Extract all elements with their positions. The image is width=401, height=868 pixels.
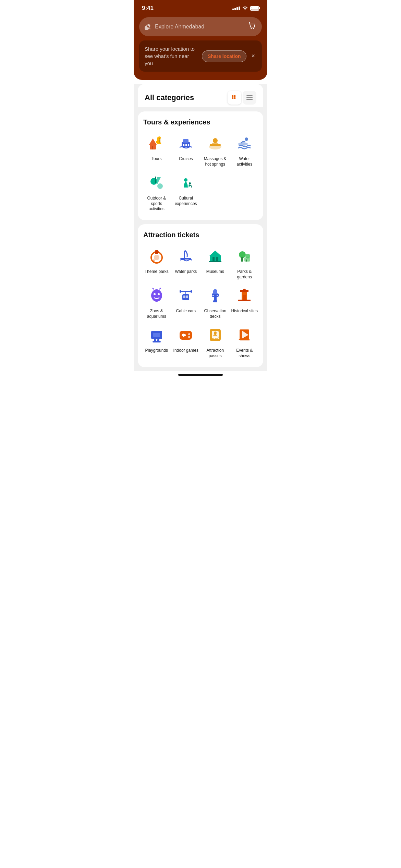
category-item-cultural[interactable]: Cultural experiences xyxy=(173,172,199,212)
battery-icon xyxy=(250,6,259,11)
water-parks-icon xyxy=(175,246,196,266)
theme-parks-label: Theme parks xyxy=(145,269,169,275)
svg-rect-28 xyxy=(155,177,156,183)
svg-rect-61 xyxy=(214,289,217,291)
main-content: All categories Tours & experiences xyxy=(134,84,267,381)
cruises-label: Cruises xyxy=(179,156,193,162)
svg-point-4 xyxy=(232,97,234,99)
svg-point-1 xyxy=(253,28,254,29)
cart-button[interactable] xyxy=(247,21,256,32)
cultural-label: Cultural experiences xyxy=(173,196,199,206)
zoos-label: Zoos & aquariums xyxy=(143,309,170,319)
svg-point-25 xyxy=(238,142,248,146)
attraction-passes-icon: PASS xyxy=(205,325,226,345)
svg-text:PASS: PASS xyxy=(211,337,219,340)
cultural-icon xyxy=(175,172,196,193)
svg-marker-27 xyxy=(157,177,161,184)
search-input[interactable] xyxy=(155,24,244,30)
view-toggle xyxy=(228,91,256,105)
category-item-museums[interactable]: Museums xyxy=(202,246,229,280)
water-activities-label: Water activities xyxy=(231,156,258,167)
grid-view-button[interactable] xyxy=(228,91,241,105)
category-item-indoor-games[interactable]: Indoor games xyxy=(173,325,199,359)
category-item-theme-parks[interactable]: Theme parks xyxy=(143,246,170,280)
museums-icon xyxy=(205,246,226,266)
tours-icon xyxy=(146,133,167,154)
attraction-tickets-section: Attraction tickets Theme parks xyxy=(138,224,263,367)
svg-point-48 xyxy=(154,293,156,295)
category-item-water-activities[interactable]: Water activities xyxy=(231,133,258,167)
attraction-passes-label: Attraction passes xyxy=(202,348,229,359)
svg-rect-78 xyxy=(182,334,186,336)
indoor-games-icon xyxy=(175,325,196,345)
list-view-button[interactable] xyxy=(243,91,256,105)
svg-point-5 xyxy=(234,97,236,99)
cable-cars-icon xyxy=(175,285,196,306)
svg-rect-22 xyxy=(210,144,221,146)
zoos-icon xyxy=(146,285,167,306)
svg-point-18 xyxy=(183,144,185,146)
category-item-observation[interactable]: Observation decks xyxy=(202,285,229,319)
museums-label: Museums xyxy=(206,269,224,275)
status-bar: 9:41 xyxy=(134,0,267,14)
category-item-massages[interactable]: Massages & hot springs xyxy=(202,133,229,167)
indoor-games-label: Indoor games xyxy=(173,348,198,353)
category-item-parks-gardens[interactable]: Parks & gardens xyxy=(231,246,258,280)
category-item-zoos[interactable]: Zoos & aquariums xyxy=(143,285,170,319)
category-item-outdoor-sports[interactable]: Outdoor & sports activities xyxy=(143,172,170,212)
svg-point-23 xyxy=(213,138,218,143)
massages-icon xyxy=(205,133,226,154)
wifi-icon xyxy=(242,5,248,11)
outdoor-sports-label: Outdoor & sports activities xyxy=(143,196,170,212)
svg-point-20 xyxy=(188,144,190,146)
category-item-cable-cars[interactable]: Cable cars xyxy=(173,285,199,319)
category-item-events-shows[interactable]: Events & shows xyxy=(231,325,258,359)
svg-rect-55 xyxy=(183,296,185,298)
cable-cars-label: Cable cars xyxy=(176,309,196,314)
svg-rect-72 xyxy=(153,341,161,342)
water-parks-label: Water parks xyxy=(175,269,197,275)
svg-marker-39 xyxy=(209,251,221,256)
svg-rect-56 xyxy=(186,296,188,298)
parks-gardens-icon xyxy=(234,246,255,266)
close-banner-button[interactable]: × xyxy=(250,51,256,61)
home-bar xyxy=(178,374,223,376)
theme-parks-icon xyxy=(146,246,167,266)
svg-rect-69 xyxy=(153,333,160,337)
search-bar xyxy=(139,17,262,36)
svg-point-2 xyxy=(232,95,234,97)
tours-section-title: Tours & experiences xyxy=(143,118,258,126)
list-icon xyxy=(246,95,253,100)
category-item-historical[interactable]: Historical sites xyxy=(231,285,258,319)
svg-rect-62 xyxy=(212,295,214,296)
tours-category-grid: Tours Cruises xyxy=(143,133,258,212)
playgrounds-icon xyxy=(146,325,167,345)
svg-point-30 xyxy=(184,178,187,182)
historical-label: Historical sites xyxy=(231,309,258,314)
svg-marker-10 xyxy=(149,138,157,145)
svg-rect-6 xyxy=(246,95,253,96)
category-item-cruises[interactable]: Cruises xyxy=(173,133,199,167)
svg-rect-63 xyxy=(217,295,218,296)
category-item-attraction-passes[interactable]: PASS Attraction passes xyxy=(202,325,229,359)
events-shows-label: Events & shows xyxy=(231,348,258,359)
observation-icon xyxy=(205,285,226,306)
svg-point-47 xyxy=(245,254,250,258)
svg-rect-46 xyxy=(246,260,247,262)
category-item-water-parks[interactable]: Water parks xyxy=(173,246,199,280)
svg-point-31 xyxy=(189,182,191,184)
categories-title: All categories xyxy=(145,93,194,102)
share-location-button[interactable]: Share location xyxy=(202,50,246,62)
signal-icon xyxy=(232,7,240,10)
svg-rect-12 xyxy=(152,146,153,149)
svg-rect-42 xyxy=(216,257,218,262)
svg-point-0 xyxy=(251,28,252,29)
svg-point-19 xyxy=(185,144,187,146)
category-item-playgrounds[interactable]: Playgrounds xyxy=(143,325,170,359)
svg-rect-41 xyxy=(212,257,215,262)
svg-rect-15 xyxy=(159,138,160,143)
svg-point-76 xyxy=(188,333,190,335)
cart-icon xyxy=(247,21,256,30)
attraction-category-grid: Theme parks Water parks xyxy=(143,246,258,359)
category-item-tours[interactable]: Tours xyxy=(143,133,170,167)
